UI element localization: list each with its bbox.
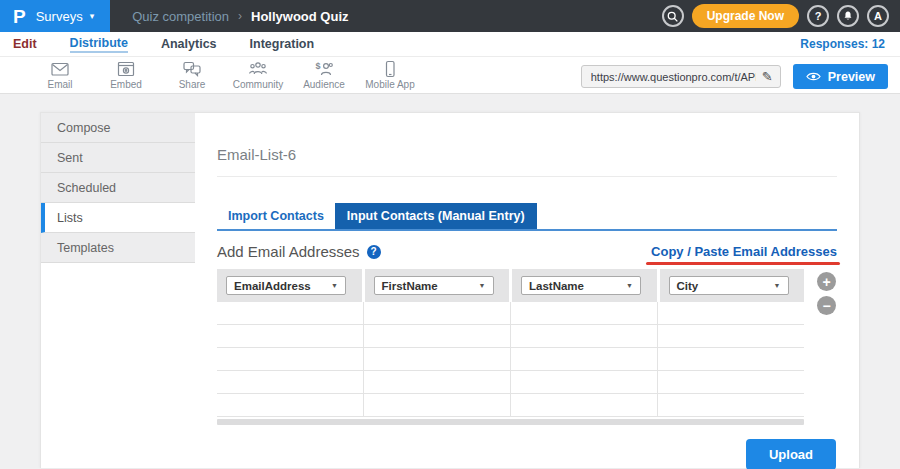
contact-cell[interactable] xyxy=(511,325,658,347)
avatar[interactable]: A xyxy=(867,5,889,27)
table-row xyxy=(217,348,804,371)
selected-column-label: FirstName xyxy=(382,280,438,292)
svg-text:$: $ xyxy=(316,61,321,71)
nav-item-edit[interactable]: Edit xyxy=(13,37,37,51)
contacts-table-header: EmailAddress ▼ FirstName ▼ xyxy=(217,269,804,302)
title-divider xyxy=(217,176,837,177)
section-title-label: Add Email Addresses xyxy=(217,243,360,260)
contact-cell[interactable] xyxy=(364,302,511,324)
help-icon[interactable]: ? xyxy=(367,245,381,259)
header-cell: LastName ▼ xyxy=(512,269,660,302)
email-sidebar: Compose Sent Scheduled Lists Templates xyxy=(41,113,195,468)
toolbar-item-label: Share xyxy=(179,79,206,90)
responses-count: Responses: 12 xyxy=(800,37,885,51)
add-row-button[interactable]: + xyxy=(817,272,836,291)
distribute-toolbar: Email Embed Share Community $ Audience M… xyxy=(0,57,900,94)
contacts-table: EmailAddress ▼ FirstName ▼ xyxy=(217,269,804,425)
survey-nav: Edit Distribute Analytics Integration Re… xyxy=(0,32,900,57)
help-button[interactable]: ? xyxy=(807,5,829,27)
questionpro-logo: P xyxy=(13,7,26,26)
survey-url-box: ✎ xyxy=(581,65,781,88)
chevron-down-icon: ▼ xyxy=(626,282,633,289)
column-select-lastname[interactable]: LastName ▼ xyxy=(521,276,641,295)
toolbar-item-share[interactable]: Share xyxy=(159,60,225,90)
contact-cell[interactable] xyxy=(511,394,658,416)
sidebar-item-compose[interactable]: Compose xyxy=(41,113,195,143)
upload-button[interactable]: Upload xyxy=(746,439,836,469)
column-select-emailaddress[interactable]: EmailAddress ▼ xyxy=(226,276,346,295)
tab-input-contacts-manual[interactable]: Input Contacts (Manual Entry) xyxy=(335,203,537,229)
mobile-app-icon xyxy=(380,60,400,78)
contact-cell[interactable] xyxy=(364,348,511,370)
table-row xyxy=(217,325,804,348)
contact-cell[interactable] xyxy=(364,371,511,393)
preview-label: Preview xyxy=(828,70,875,84)
contact-cell[interactable] xyxy=(217,325,364,347)
nav-item-distribute[interactable]: Distribute xyxy=(70,36,128,53)
embed-icon xyxy=(116,60,136,78)
contact-cell[interactable] xyxy=(217,302,364,324)
row-controls: + − xyxy=(817,269,837,425)
breadcrumb-parent[interactable]: Quiz competition xyxy=(132,9,229,24)
community-icon xyxy=(248,60,268,78)
contact-cell[interactable] xyxy=(217,394,364,416)
sidebar-item-sent[interactable]: Sent xyxy=(41,143,195,173)
sidebar-item-templates[interactable]: Templates xyxy=(41,233,195,263)
horizontal-scrollbar[interactable] xyxy=(217,419,804,425)
breadcrumb: Quiz competition › Hollywood Quiz xyxy=(132,9,348,24)
contact-cell[interactable] xyxy=(658,348,804,370)
remove-row-button[interactable]: − xyxy=(817,296,836,315)
copy-paste-link[interactable]: Copy / Paste Email Addresses xyxy=(651,244,837,259)
contact-cell[interactable] xyxy=(511,371,658,393)
selected-column-label: EmailAddress xyxy=(234,280,311,292)
upgrade-now-button[interactable]: Upgrade Now xyxy=(692,4,799,28)
contact-cell[interactable] xyxy=(364,325,511,347)
preview-button[interactable]: Preview xyxy=(793,64,888,89)
toolbar-item-audience[interactable]: $ Audience xyxy=(291,60,357,90)
toolbar-item-community[interactable]: Community xyxy=(225,60,291,90)
toolbar-item-embed[interactable]: Embed xyxy=(93,60,159,90)
header-cell: FirstName ▼ xyxy=(365,269,513,302)
chevron-down-icon: ▼ xyxy=(774,282,781,289)
toolbar-item-label: Embed xyxy=(110,79,142,90)
contact-cell[interactable] xyxy=(511,302,658,324)
toolbar-item-label: Mobile App xyxy=(365,79,414,90)
toolbar-right: ✎ Preview xyxy=(581,64,888,89)
contact-cell[interactable] xyxy=(658,302,804,324)
section-title: Add Email Addresses ? xyxy=(217,243,381,260)
contacts-table-zone: EmailAddress ▼ FirstName ▼ xyxy=(217,269,837,425)
toolbar-item-mobile-app[interactable]: Mobile App xyxy=(357,60,423,90)
notifications-button[interactable] xyxy=(837,5,859,27)
tab-import-contacts[interactable]: Import Contacts xyxy=(217,203,335,229)
page-title: Email-List-6 xyxy=(217,146,837,163)
column-select-firstname[interactable]: FirstName ▼ xyxy=(374,276,494,295)
share-icon xyxy=(182,60,202,78)
sidebar-item-lists[interactable]: Lists xyxy=(41,203,195,233)
contact-cell[interactable] xyxy=(217,371,364,393)
nav-item-integration[interactable]: Integration xyxy=(250,37,315,51)
toolbar-item-label: Community xyxy=(233,79,284,90)
toolbar-item-email[interactable]: Email xyxy=(27,60,93,90)
search-icon xyxy=(666,10,679,23)
contact-cell[interactable] xyxy=(658,325,804,347)
table-row xyxy=(217,302,804,325)
edit-url-icon[interactable]: ✎ xyxy=(762,69,773,84)
survey-url-input[interactable] xyxy=(589,70,758,84)
surveys-dropdown[interactable]: P Surveys ▾ xyxy=(0,0,110,32)
nav-item-analytics[interactable]: Analytics xyxy=(161,37,217,51)
chevron-down-icon: ▼ xyxy=(331,282,338,289)
search-button[interactable] xyxy=(662,5,684,27)
chevron-down-icon: ▼ xyxy=(479,282,486,289)
contact-cell[interactable] xyxy=(217,348,364,370)
contact-cell[interactable] xyxy=(658,394,804,416)
chevron-down-icon: ▾ xyxy=(90,11,95,21)
contact-cell[interactable] xyxy=(658,371,804,393)
table-row xyxy=(217,371,804,394)
column-select-city[interactable]: City ▼ xyxy=(669,276,789,295)
contact-cell[interactable] xyxy=(364,394,511,416)
sidebar-item-scheduled[interactable]: Scheduled xyxy=(41,173,195,203)
audience-icon: $ xyxy=(314,60,334,78)
table-row xyxy=(217,394,804,417)
email-icon xyxy=(50,60,70,78)
contact-cell[interactable] xyxy=(511,348,658,370)
